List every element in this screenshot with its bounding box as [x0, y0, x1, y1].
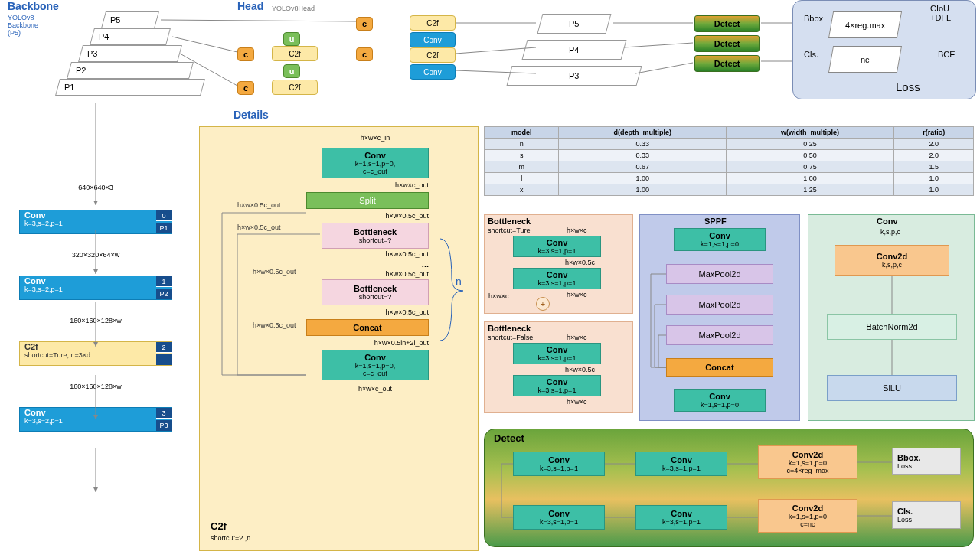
c2f-block-3: C2f	[410, 47, 456, 63]
c2f-block: C2f	[410, 15, 456, 31]
bce-label: BCE	[938, 50, 956, 59]
pipeline: 640×640×3 Convk=3,s=2,p=1 0P1 320×320×64…	[19, 184, 172, 435]
head-sub: YOLOv8Head	[272, 5, 315, 12]
detect-badge-2: Detect	[694, 35, 760, 52]
c-badge-3: c	[356, 47, 373, 61]
cls-box: nc	[828, 46, 902, 73]
ciou-label: CIoU +DFL	[930, 4, 951, 22]
c-badge-2: c	[237, 47, 254, 61]
backbone-title: Backbone	[8, 0, 59, 12]
svg-line-13	[635, 63, 693, 73]
bbox-label: Bbox	[804, 14, 823, 23]
u-badge: u	[283, 32, 300, 46]
head-title: Head	[237, 0, 263, 12]
u-badge-2: u	[283, 64, 300, 78]
model-table: modeld(depth_multiple)w(width_multiple)r…	[484, 126, 974, 196]
details-title: Details	[234, 109, 269, 121]
loss-title: Loss	[896, 80, 920, 93]
n-label: n	[456, 276, 462, 288]
backbone-sub: YOLOv8 Backbone (P5)	[8, 14, 38, 37]
c-badge-4: c	[237, 81, 254, 95]
detect-badge: Detect	[694, 15, 760, 32]
conv-block-2: Conv	[410, 64, 456, 80]
c2f-title: C2f	[211, 520, 227, 532]
c2f-block-2: C2f	[272, 46, 318, 61]
bbox-box: 4×reg.max	[828, 11, 902, 38]
detect-badge-3: Detect	[694, 55, 760, 72]
c-badge: c	[356, 17, 373, 31]
cls-label: Cls.	[804, 50, 818, 59]
c2f-sub: shortcut=? ,n	[211, 534, 250, 542]
conv-block: Conv	[410, 32, 456, 47]
head-pyramid: P5 P4 P3	[509, 14, 639, 86]
c2f-block-4: C2f	[272, 80, 318, 95]
backbone-pyramid: P5 P4 P3 P2 P1	[57, 11, 203, 96]
c2f-flow: h×w×c_in Convk=1,s=1,p=0, c=c_out h×w×c_…	[322, 134, 429, 393]
